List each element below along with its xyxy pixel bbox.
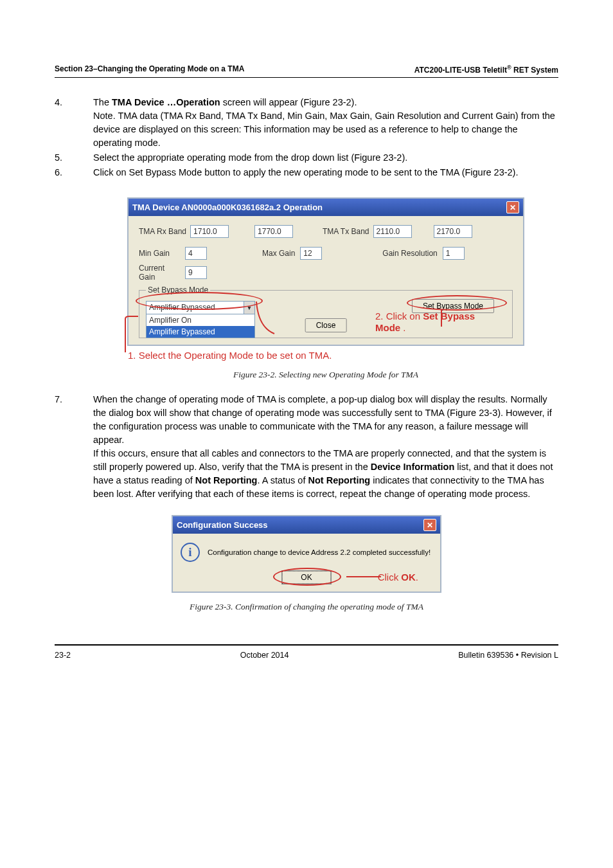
annotation-oval-ok bbox=[273, 568, 341, 586]
step-number: 5. bbox=[55, 151, 93, 165]
annotation-oval-combo bbox=[136, 292, 263, 310]
dialog-title: Configuration Success bbox=[177, 520, 268, 530]
figure-23-3: Configuration Success ✕ i Configuration … bbox=[172, 515, 441, 612]
config-success-dialog: Configuration Success ✕ i Configuration … bbox=[172, 515, 441, 593]
annotation-arrow-combo bbox=[255, 298, 278, 337]
step-text: The TMA Device …Operation screen will ap… bbox=[93, 96, 558, 150]
instruction-step: 6.Click on Set Bypass Mode button to app… bbox=[55, 166, 558, 179]
rx-band-label: TMA Rx Band bbox=[139, 227, 186, 236]
annotation-oval-set-bypass bbox=[407, 295, 507, 311]
step-text: When the change of operating mode of TMA… bbox=[93, 393, 558, 501]
combo-option[interactable]: Amplifier Bypassed bbox=[147, 326, 254, 338]
dialog-titlebar: TMA Device AN0000a000K0361682a.2 Operati… bbox=[129, 199, 523, 216]
tx-band-hi: 2170.0 bbox=[434, 225, 472, 238]
dialog-titlebar: Configuration Success ✕ bbox=[173, 516, 440, 534]
dialog-title: TMA Device AN0000a000K0361682a.2 Operati… bbox=[132, 203, 323, 212]
info-icon: i bbox=[181, 543, 200, 562]
rx-band-hi: 1770.0 bbox=[254, 225, 293, 238]
instruction-step: 4.The TMA Device …Operation screen will … bbox=[55, 96, 558, 150]
step-text: Click on Set Bypass Mode button to apply… bbox=[93, 166, 558, 179]
max-gain-value: 12 bbox=[300, 247, 322, 260]
step-number: 6. bbox=[55, 166, 93, 179]
gain-res-label: Gain Resolution bbox=[382, 249, 437, 258]
header-left: Section 23–Changing the Operating Mode o… bbox=[55, 64, 244, 75]
instruction-step: 5.Select the appropriate operating mode … bbox=[55, 151, 558, 165]
figure-caption: Figure 23-3. Confirmation of changing th… bbox=[172, 602, 441, 612]
footer-bulletin: Bulletin 639536 • Revision L bbox=[458, 651, 558, 660]
tma-operation-dialog: TMA Device AN0000a000K0361682a.2 Operati… bbox=[127, 197, 524, 346]
page-footer: 23-2 October 2014 Bulletin 639536 • Revi… bbox=[55, 644, 558, 660]
set-bypass-group: Set Bypass Mode Amplifier Bypassed ▼ Amp… bbox=[139, 285, 513, 338]
close-icon[interactable]: ✕ bbox=[506, 201, 519, 213]
header-right: ATC200-LITE-USB Teletilt® RET System bbox=[414, 64, 558, 75]
min-gain-label: Min Gain bbox=[139, 249, 180, 258]
gain-res-value: 1 bbox=[443, 247, 465, 260]
success-message: Configuration change to device Address 2… bbox=[208, 548, 431, 556]
tx-band-label: TMA Tx Band bbox=[323, 227, 369, 236]
footer-page: 23-2 bbox=[55, 651, 71, 660]
close-icon[interactable]: ✕ bbox=[423, 519, 436, 531]
annotation-step2: 2. Click on Set Bypass Mode . bbox=[375, 311, 494, 334]
step-number: 4. bbox=[55, 96, 93, 150]
footer-date: October 2014 bbox=[240, 651, 289, 660]
figure-caption: Figure 23-2. Selecting new Operating Mod… bbox=[93, 370, 558, 380]
annotation-arrow-ok bbox=[346, 575, 381, 579]
current-gain-value: 9 bbox=[185, 266, 207, 279]
rx-band-lo: 1710.0 bbox=[190, 225, 229, 238]
current-gain-label: Current Gain bbox=[139, 264, 180, 282]
step-number: 7. bbox=[55, 393, 93, 501]
min-gain-value: 4 bbox=[185, 247, 207, 260]
annotation-click-ok: Click OK. bbox=[378, 572, 418, 583]
figure-23-2: TMA Device AN0000a000K0361682a.2 Operati… bbox=[93, 197, 558, 380]
close-button[interactable]: Close bbox=[305, 318, 347, 332]
instruction-step: 7.When the change of operating mode of T… bbox=[55, 393, 558, 501]
combo-option[interactable]: Amplifier On bbox=[147, 314, 254, 326]
page-header: Section 23–Changing the Operating Mode o… bbox=[55, 64, 558, 78]
max-gain-label: Max Gain bbox=[262, 249, 295, 258]
step-text: Select the appropriate operating mode fr… bbox=[93, 151, 558, 165]
combo-options: Amplifier On Amplifier Bypassed bbox=[146, 314, 255, 338]
annotation-step1: 1. Select the Operating Mode to be set o… bbox=[128, 350, 558, 361]
tx-band-lo: 2110.0 bbox=[373, 225, 412, 238]
